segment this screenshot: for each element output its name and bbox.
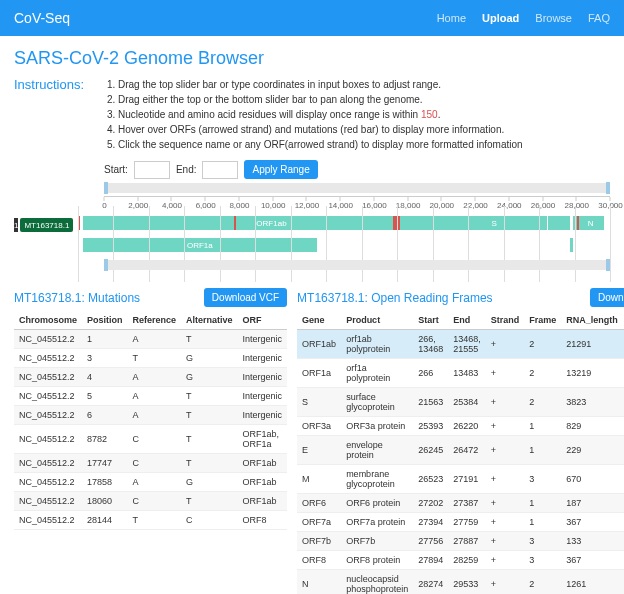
orf-s[interactable]: S [460, 216, 528, 230]
mutation-marker[interactable] [398, 216, 400, 230]
orf-title: MT163718.1: Open Reading Frames [297, 291, 492, 305]
table-row[interactable]: Mmembrane glycoprotein2652327191+3670No [297, 465, 624, 494]
download-vcf-button[interactable]: Download VCF [204, 288, 287, 307]
apply-range-button[interactable]: Apply Range [244, 160, 317, 179]
orf-m[interactable] [548, 216, 560, 230]
instructions-label: Instructions: [14, 77, 92, 152]
table-row[interactable]: ORF8ORF8 protein2789428259+3367No [297, 551, 624, 570]
col-header: Chromosome [14, 311, 82, 330]
table-row[interactable]: NC_045512.218060CTORF1ab [14, 492, 287, 511]
orf-table: GeneProductStartEndStrandFrameRNA_length… [297, 311, 624, 594]
table-row[interactable]: NC_045512.25ATIntergenic [14, 387, 287, 406]
orf-panel: MT163718.1: Open Reading Frames Download… [297, 288, 624, 594]
col-header: Strand [486, 311, 525, 330]
table-row[interactable]: NC_045512.217858AGORF1ab [14, 473, 287, 492]
col-header: Product [341, 311, 413, 330]
brand: CoV-Seq [14, 10, 70, 26]
start-input[interactable] [134, 161, 170, 179]
mutations-table: ChromosomePositionReferenceAlternativeOR… [14, 311, 287, 530]
range-controls: Start: End: Apply Range [104, 160, 610, 179]
top-slider[interactable] [104, 183, 610, 193]
table-row[interactable]: NC_045512.24AGIntergenic [14, 368, 287, 387]
tracks: ORF1abSN ORF1a [78, 210, 610, 254]
download-orf-button[interactable]: Download ORF [590, 288, 624, 307]
col-header: Alternative [181, 311, 238, 330]
sequence-name[interactable]: MT163718.1 [20, 218, 73, 232]
orf-orf10[interactable] [602, 216, 604, 230]
table-row[interactable]: NC_045512.23TGIntergenic [14, 349, 287, 368]
bottom-slider[interactable] [104, 260, 610, 270]
col-header: Position [82, 311, 128, 330]
mutation-marker[interactable] [234, 216, 236, 230]
ruler: 02,0004,0006,0008,00010,00012,00014,0001… [104, 196, 610, 210]
col-header: Gene [297, 311, 341, 330]
instructions: Instructions: Drag the top slider bar or… [14, 77, 610, 152]
col-header: Reference [128, 311, 182, 330]
start-label: Start: [104, 164, 128, 175]
page-title: SARS-CoV-2 Genome Browser [14, 48, 610, 69]
mutation-marker[interactable] [577, 216, 579, 230]
instruction-item: Nucleotide and amino acid residues will … [118, 107, 523, 122]
table-row[interactable]: ORF1aborf1ab polyprotein266, 1346813468,… [297, 330, 624, 359]
col-header: Start [413, 311, 448, 330]
nav-link-faq[interactable]: FAQ [588, 12, 610, 24]
table-row[interactable]: ORF3aORF3a protein2539326220+1829No [297, 417, 624, 436]
table-row[interactable]: NC_045512.217747CTORF1ab [14, 454, 287, 473]
navbar: CoV-Seq HomeUploadBrowseFAQ [0, 0, 624, 36]
nav-link-browse[interactable]: Browse [535, 12, 572, 24]
orf-orf1ab[interactable]: ORF1ab [83, 216, 461, 230]
orf-orf7a[interactable] [564, 216, 570, 230]
table-row[interactable]: Ssurface glycoprotein2156325384+23823No [297, 388, 624, 417]
nav-link-upload[interactable]: Upload [482, 12, 519, 24]
end-label: End: [176, 164, 197, 175]
table-row[interactable]: ORF7aORF7a protein2739427759+1367No [297, 513, 624, 532]
table-row[interactable]: Eenvelope protein2624526472+1229No [297, 436, 624, 465]
mutations-title: MT163718.1: Mutations [14, 291, 140, 305]
table-row[interactable]: ORF7bORF7b2775627887+3133No [297, 532, 624, 551]
table-row[interactable]: NC_045512.21ATIntergenic [14, 330, 287, 349]
instruction-item: Hover over ORFs (arrowed strand) and mut… [118, 122, 523, 137]
orf-n[interactable]: N [579, 216, 601, 230]
instruction-item: Click the sequence name or any ORF(arrow… [118, 137, 523, 152]
track-area: 1 MT163718.1 ORF1abSN ORF1a [14, 210, 610, 254]
table-row[interactable]: Nnucleocapsid phosphoprotein2827429533+2… [297, 570, 624, 595]
nav-link-home[interactable]: Home [437, 12, 466, 24]
orf-orf7b[interactable] [570, 238, 572, 252]
table-row[interactable]: NC_045512.28782CTORF1ab, ORF1a [14, 425, 287, 454]
table-row[interactable]: ORF1aorf1a polyprotein26613483+213219No [297, 359, 624, 388]
sequence-index: 1 [14, 218, 18, 232]
instructions-list: Drag the top slider bar or type coordina… [102, 77, 523, 152]
col-header: ORF [238, 311, 288, 330]
col-header: End [448, 311, 486, 330]
instruction-item: Drag either the top or the bottom slider… [118, 92, 523, 107]
table-row[interactable]: ORF6ORF6 protein2720227387+1187No [297, 494, 624, 513]
orf-orf1a[interactable]: ORF1a [83, 238, 317, 252]
col-header: Frame [524, 311, 561, 330]
orf-e[interactable] [543, 216, 547, 230]
col-header: RNA_length [561, 311, 623, 330]
mutations-panel: MT163718.1: Mutations Download VCF Chrom… [14, 288, 287, 594]
nav-links: HomeUploadBrowseFAQ [437, 12, 610, 24]
orf-orf3a[interactable] [528, 216, 543, 230]
table-row[interactable]: NC_045512.228144TCORF8 [14, 511, 287, 530]
end-input[interactable] [202, 161, 238, 179]
table-row[interactable]: NC_045512.26ATIntergenic [14, 406, 287, 425]
instruction-item: Drag the top slider bar or type coordina… [118, 77, 523, 92]
